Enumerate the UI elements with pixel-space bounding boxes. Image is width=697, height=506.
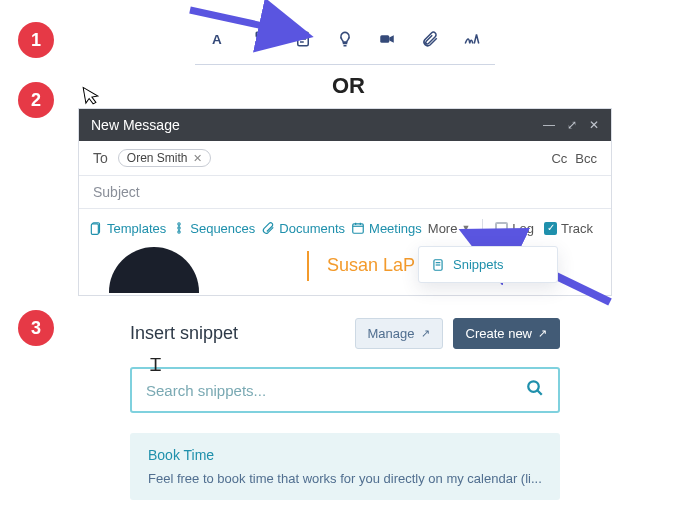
search-input[interactable] [146,382,526,399]
signature-icon[interactable] [463,30,481,52]
step-badge-1: 1 [18,22,54,58]
snippet-result[interactable]: Book Time Feel free to book time that wo… [130,433,560,500]
to-row: To Oren Smith ✕ Cc Bcc [79,141,611,176]
create-new-button[interactable]: Create new ↗ [453,318,560,349]
signature-name: Susan LaP [327,255,415,276]
svg-point-14 [178,231,180,233]
compose-title: New Message [91,117,180,133]
compose-header: New Message — ⤢ ✕ [79,109,611,141]
svg-line-26 [537,390,542,395]
text-cursor-icon: Ꮖ [150,355,162,376]
create-new-label: Create new [466,326,532,341]
sequences-button[interactable]: Sequences [172,221,255,236]
templates-button[interactable]: Templates [89,221,166,236]
svg-line-9 [190,10,300,34]
insert-snippet-panel: Insert snippet Manage ↗ Create new ↗ Ꮖ B… [130,318,560,500]
meetings-label: Meetings [369,221,422,236]
documents-label: Documents [279,221,345,236]
more-label: More [428,221,458,236]
svg-rect-8 [381,35,390,43]
avatar [109,247,199,293]
remove-recipient-icon[interactable]: ✕ [193,152,202,165]
snippet-preview: Feel free to book time that works for yo… [148,471,542,486]
snippets-menu-item[interactable]: Snippets [431,257,545,272]
subject-row[interactable]: Subject [79,176,611,209]
more-dropdown: Snippets [418,246,558,283]
to-label: To [93,150,108,166]
meetings-button[interactable]: Meetings [351,221,422,236]
templates-label: Templates [107,221,166,236]
svg-rect-11 [91,224,98,235]
snippets-menu-label: Snippets [453,257,504,272]
manage-label: Manage [368,326,415,341]
bcc-button[interactable]: Bcc [575,151,597,166]
signature-divider [307,251,309,281]
search-snippets-field[interactable]: Ꮖ [130,367,560,413]
external-link-icon: ↗ [538,327,547,340]
insert-snippet-title: Insert snippet [130,323,238,344]
step-badge-3: 3 [18,310,54,346]
svg-rect-17 [353,224,364,233]
recipient-chip[interactable]: Oren Smith ✕ [118,149,212,167]
documents-button[interactable]: Documents [261,221,345,236]
svg-point-12 [178,223,180,225]
attachment-icon[interactable] [421,30,439,52]
video-icon[interactable] [378,30,396,52]
recipient-name: Oren Smith [127,151,188,165]
close-icon[interactable]: ✕ [589,118,599,132]
snippet-title: Book Time [148,447,542,463]
search-icon[interactable] [526,379,544,401]
sequences-label: Sequences [190,221,255,236]
minimize-icon[interactable]: — [543,118,555,132]
svg-point-13 [178,227,180,229]
snippets-icon [431,258,445,272]
expand-icon[interactable]: ⤢ [567,118,577,132]
or-separator: OR [0,73,697,99]
svg-point-25 [528,381,539,392]
cc-button[interactable]: Cc [551,151,567,166]
external-link-icon: ↗ [421,327,430,340]
annotation-arrow-1 [180,2,340,52]
manage-button[interactable]: Manage ↗ [355,318,443,349]
